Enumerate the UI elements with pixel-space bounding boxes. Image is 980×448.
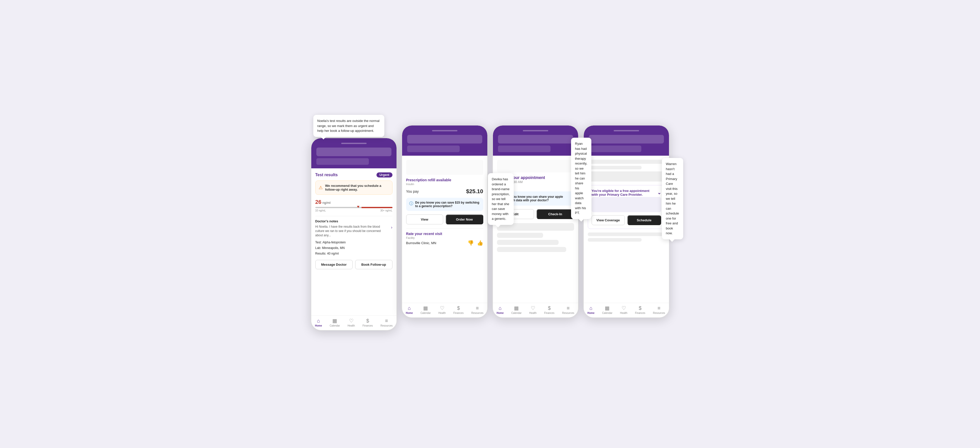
nav-home-4[interactable]: ⌂ Home — [587, 305, 595, 315]
header-bar-2 — [407, 135, 482, 143]
phone-frame-2: Prescription refill available Insulin Yo… — [402, 125, 488, 318]
view-button[interactable]: View — [406, 214, 443, 224]
header-bar-4 — [589, 135, 664, 143]
lab-row: Lab: Minneapolis, MN — [315, 245, 393, 251]
nav-resources-4[interactable]: ≡ Resources — [653, 305, 665, 315]
action-buttons-1: Message Doctor Book Follow-up — [315, 260, 393, 269]
nav-finances-label-2: Finances — [453, 311, 464, 315]
nav-resources-label-4: Resources — [653, 311, 665, 315]
warning-icon: ⚠ — [319, 185, 323, 191]
phone-header-1 — [311, 138, 396, 168]
info-icon-2: ⓘ — [409, 201, 413, 207]
nav-health-2[interactable]: ♡ Health — [438, 305, 446, 315]
calendar-icon-2: ▦ — [423, 305, 428, 311]
range-labels: 10 ng/mL 30+ ng/mL — [315, 209, 393, 212]
range-section: 26 ng/ml 10 ng/mL 30+ ng/mL — [315, 199, 393, 212]
calendar-icon-3: ▦ — [514, 305, 519, 311]
health-icon-1: ♡ — [349, 318, 354, 324]
nav-health-1[interactable]: ♡ Health — [348, 318, 355, 327]
chevron-right-icon[interactable]: › — [391, 225, 392, 230]
nav-finances-1[interactable]: $ Finances — [363, 318, 373, 327]
health-icon-4: ♡ — [622, 305, 626, 311]
tooltip-4: Warren hasn't had a Primary Care visit t… — [662, 158, 683, 239]
nav-calendar-4[interactable]: ▦ Calendar — [602, 305, 612, 315]
header-bar-1 — [317, 148, 391, 156]
resources-icon-3: ≡ — [567, 305, 570, 311]
header-bar-2b — [407, 146, 460, 152]
home-icon-3: ⌂ — [498, 305, 501, 311]
screen4-wrapper: You're eligible for a free appointment w… — [583, 118, 670, 318]
health-icon-3: ♡ — [531, 305, 535, 311]
view-coverage-button[interactable]: View Coverage — [592, 215, 625, 225]
calendar-icon-4: ▦ — [605, 305, 609, 311]
header-bar-3 — [498, 135, 573, 143]
phone-body-1: Test results Urgent ⚠ We recommend that … — [311, 168, 396, 315]
thumb-down-icon[interactable]: 👎 — [468, 240, 474, 246]
nav-finances-3[interactable]: $ Finances — [544, 305, 555, 315]
nav-finances-4[interactable]: $ Finances — [635, 305, 645, 315]
you-pay-label: You pay — [406, 189, 419, 194]
nav-resources-2[interactable]: ≡ Resources — [471, 305, 484, 315]
header-bar-3b — [498, 146, 550, 152]
eligible-title: You're eligible for a free appointment w… — [592, 189, 661, 197]
rate-label: Facility — [406, 236, 483, 239]
nav-calendar-1[interactable]: ▦ Calendar — [329, 318, 340, 327]
nav-home-1[interactable]: ⌂ Home — [315, 318, 322, 327]
resources-icon-4: ≡ — [657, 305, 660, 311]
schedule-button[interactable]: Schedule — [627, 215, 661, 225]
test-info: Test: Alpha-fetoprotein Lab: Minneapolis… — [315, 240, 393, 256]
range-bar-container — [315, 207, 393, 208]
notch-2 — [432, 130, 457, 131]
nav-health-3[interactable]: ♡ Health — [529, 305, 536, 315]
checkin-button[interactable]: Check-In — [536, 209, 574, 219]
divider-1 — [315, 216, 393, 216]
prescription-section: Prescription refill available Insulin Yo… — [406, 178, 483, 224]
save-info-card: ⓘ Do you know you can save $15 by switch… — [406, 198, 483, 211]
nav-resources-label-1: Resources — [380, 324, 393, 327]
nav-calendar-3[interactable]: ▦ Calendar — [511, 305, 522, 315]
thumb-up-icon[interactable]: 👍 — [477, 240, 483, 246]
nav-health-4[interactable]: ♡ Health — [620, 305, 627, 315]
screen2-wrapper: Prescription refill available Insulin Yo… — [402, 118, 488, 318]
range-bar — [315, 207, 393, 208]
phone-header-4 — [584, 126, 669, 156]
nav-home-2[interactable]: ⌂ Home — [406, 305, 413, 315]
rate-value-row: Burnsville Clinic, MN 👎 👍 — [406, 240, 483, 246]
test-results-title: Test results — [315, 173, 338, 177]
nav-home-3[interactable]: ⌂ Home — [497, 305, 504, 315]
nav-resources-label-3: Resources — [562, 311, 574, 315]
screen1-wrapper: Noelia's test results are outside the no… — [311, 118, 397, 330]
home-icon-4: ⌂ — [589, 305, 592, 311]
nav-resources-3[interactable]: ≡ Resources — [562, 305, 574, 315]
range-value: 26 ng/ml — [315, 199, 393, 205]
appt-title: Your appointment — [511, 175, 545, 180]
tooltip-3: Ryan has had physical therapy recently, … — [571, 138, 591, 219]
nav-finances-2[interactable]: $ Finances — [453, 305, 464, 315]
message-doctor-button[interactable]: Message Doctor — [315, 260, 353, 269]
prescription-action-row: View Order Now — [406, 214, 483, 224]
nav-calendar-label-4: Calendar — [602, 311, 612, 315]
urgent-badge: Urgent — [377, 172, 393, 178]
save-info-text: Do you know you can save $15 by switchin… — [415, 201, 480, 208]
doctor-notes-text: Hi Noelia. I have the results back from … — [315, 225, 393, 237]
header-bar-4b — [589, 146, 641, 152]
test-row: Test: Alpha-fetoprotein — [315, 240, 393, 245]
nav-finances-label-3: Finances — [544, 311, 555, 315]
order-now-button[interactable]: Order Now — [446, 214, 483, 224]
placeholder-top-4c — [588, 172, 665, 181]
coverage-area — [592, 197, 661, 212]
appt-time: 9:30 AM — [511, 180, 545, 184]
phone-header-2 — [402, 126, 487, 156]
nav-calendar-label-3: Calendar — [511, 311, 522, 315]
nav-home-label-3: Home — [497, 311, 504, 315]
tooltip-1: Noelia's test results are outside the no… — [313, 115, 384, 137]
book-followup-button[interactable]: Book Follow-up — [355, 260, 393, 269]
nav-calendar-2[interactable]: ▦ Calendar — [420, 305, 431, 315]
nav-bar-4: ⌂ Home ▦ Calendar ♡ Health $ Finances ≡ — [584, 303, 669, 318]
blurred-area-3 — [497, 160, 574, 172]
phone-body-4: You're eligible for a free appointment w… — [584, 156, 669, 303]
rate-section: Rate your recent visit Facility Burnsvil… — [406, 232, 483, 246]
nav-home-label-4: Home — [587, 311, 595, 315]
nav-resources-1[interactable]: ≡ Resources — [380, 318, 393, 327]
finances-icon-2: $ — [457, 305, 460, 311]
